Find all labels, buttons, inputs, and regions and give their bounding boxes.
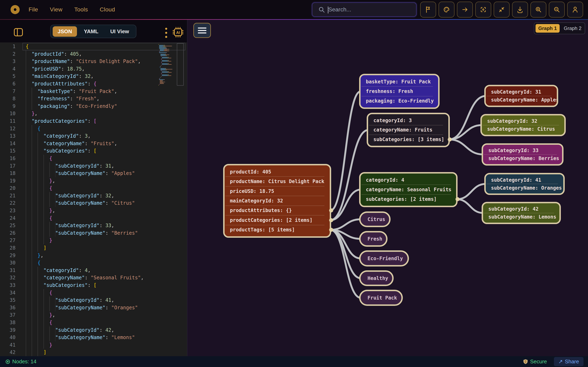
- tab-graph-1[interactable]: Graph 1: [536, 24, 560, 33]
- graph-node-tag-fruit-pack[interactable]: Fruit Pack: [359, 290, 403, 306]
- code-text: "subCategoryName": "Apples": [16, 170, 135, 177]
- tab-ui-view[interactable]: UI View: [105, 26, 134, 37]
- secure-label: Secure: [530, 359, 547, 365]
- graph-node-cat3[interactable]: categoryId: 3categoryName: FruitssubCate…: [367, 113, 450, 147]
- editor-line[interactable]: 39 "subCategoryId": 42,: [0, 326, 187, 334]
- account-button[interactable]: [567, 2, 583, 17]
- node-row: subCategoryName: Oranges: [486, 184, 563, 192]
- editor-line[interactable]: 21 "subCategoryId": 32,: [0, 192, 187, 200]
- share-button[interactable]: ↗ Share: [554, 357, 584, 366]
- zoom-out-button[interactable]: [549, 2, 565, 17]
- svg-text:AI: AI: [176, 31, 180, 35]
- menu-file[interactable]: File: [29, 6, 38, 13]
- code-text: {: [16, 43, 29, 50]
- graph-node-tag-citrus[interactable]: Citrus: [359, 211, 390, 227]
- editor-line[interactable]: 28 ]: [0, 244, 187, 252]
- editor-line[interactable]: 9 "packaging": "Eco-Friendly": [0, 103, 187, 110]
- graph-node-cat4[interactable]: categoryId: 4categoryName: Seasonal Frui…: [359, 172, 458, 207]
- node-row: categoryName: Fruits: [368, 125, 448, 134]
- code-text: },: [16, 177, 55, 185]
- graph-node-sub42[interactable]: subCategoryId: 42subCategoryName: Lemons: [482, 202, 561, 224]
- code-editor[interactable]: 1{2 "productId": 405,3 "productName": "C…: [0, 42, 187, 356]
- graph-menu-button[interactable]: [193, 23, 211, 38]
- editor-line[interactable]: 35 "subCategoryId": 41,: [0, 296, 187, 304]
- graph-edge: [330, 230, 361, 278]
- line-number: 39: [0, 326, 16, 334]
- graph-node-tag-healthy[interactable]: Healthy: [359, 270, 394, 286]
- focus-center-button[interactable]: [475, 2, 491, 17]
- graph-node-tag-fresh[interactable]: Fresh: [359, 231, 388, 247]
- editor-line[interactable]: 16 {: [0, 155, 187, 162]
- editor-line[interactable]: 37 },: [0, 311, 187, 319]
- graph-edge: [457, 199, 483, 213]
- search-box[interactable]: [312, 2, 416, 17]
- sidebar-toggle-icon[interactable]: [13, 27, 23, 37]
- more-options-icon[interactable]: [165, 27, 167, 39]
- download-button[interactable]: [512, 2, 528, 17]
- editor-line[interactable]: 29 },: [0, 252, 187, 259]
- line-number: 23: [0, 207, 16, 215]
- editor-line[interactable]: 12 {: [0, 125, 187, 133]
- code-text: "subCategoryId": 32,: [16, 192, 114, 200]
- editor-line[interactable]: 7 "basketType": "Fruit Pack",: [0, 88, 187, 95]
- editor-line[interactable]: 20 {: [0, 184, 187, 192]
- menu-view[interactable]: View: [50, 6, 62, 13]
- tab-json[interactable]: JSON: [53, 26, 77, 37]
- minimap-slider[interactable]: [177, 43, 184, 86]
- editor-line[interactable]: 30 {: [0, 259, 187, 267]
- graph-canvas[interactable]: productId: 405productName: Citrus Deligh…: [188, 20, 588, 356]
- editor-line[interactable]: 23 },: [0, 207, 187, 215]
- editor-line[interactable]: 41 }: [0, 341, 187, 349]
- editor-line[interactable]: 31 "categoryId": 4,: [0, 267, 187, 274]
- go-arrow-button[interactable]: [457, 2, 473, 17]
- collapse-button[interactable]: [494, 2, 510, 17]
- editor-line[interactable]: 22 "subCategoryName": "Citrus": [0, 200, 187, 207]
- editor-line[interactable]: 33 "subCategories": [: [0, 282, 187, 289]
- graph-node-sub32[interactable]: subCategoryId: 32subCategoryName: Citrus: [480, 114, 566, 136]
- editor-line[interactable]: 26 "subCategoryName": "Berries": [0, 229, 187, 237]
- flag-button[interactable]: [420, 2, 436, 17]
- graph-node-sub33[interactable]: subCategoryId: 33subCategoryName: Berrie…: [482, 143, 563, 166]
- menu-tools[interactable]: Tools: [74, 6, 88, 13]
- search-input[interactable]: [325, 6, 403, 13]
- graph-node-root[interactable]: productId: 405productName: Citrus Deligh…: [223, 164, 331, 238]
- theme-palette-button[interactable]: [439, 2, 454, 17]
- editor-line[interactable]: 11 "productCategories": [: [0, 117, 187, 125]
- editor-line[interactable]: 15 "subCategories": [: [0, 147, 187, 155]
- editor-line[interactable]: 14 "categoryName": "Fruits",: [0, 140, 187, 147]
- graph-node-sub31[interactable]: subCategoryId: 31subCategoryName: Apples: [484, 85, 558, 107]
- minimap[interactable]: [158, 44, 176, 87]
- tab-graph-2[interactable]: Graph 2: [564, 25, 581, 31]
- editor-line[interactable]: 17 "subCategoryId": 31,: [0, 162, 187, 170]
- tab-yaml[interactable]: YAML: [79, 26, 103, 37]
- editor-line[interactable]: 27 }: [0, 237, 187, 244]
- code-text: "priceUSD": 18.75,: [16, 65, 85, 73]
- editor-line[interactable]: 18 "subCategoryName": "Apples": [0, 170, 187, 177]
- node-row: productTags: [5 items]: [225, 225, 330, 235]
- editor-line[interactable]: 32 "categoryName": "Seasonal Fruits",: [0, 274, 187, 282]
- editor-line[interactable]: 24 {: [0, 215, 187, 222]
- node-row: subCategoryName: Berries: [483, 155, 562, 163]
- editor-line[interactable]: 42 ]: [0, 349, 187, 356]
- menu-cloud[interactable]: Cloud: [100, 6, 115, 13]
- editor-line[interactable]: 40 "subCategoryName": "Lemons": [0, 334, 187, 341]
- graph-node-attrs[interactable]: basketType: Fruit Packfreshness: Freshpa…: [359, 74, 440, 109]
- editor-line[interactable]: 8 "freshness": "Fresh",: [0, 95, 187, 103]
- nodes-count-label: Nodes: 14: [12, 359, 36, 365]
- zoom-in-button[interactable]: [530, 2, 546, 17]
- app: File View Tools Cloud: [0, 0, 588, 367]
- editor-line[interactable]: 38 {: [0, 319, 187, 326]
- editor-line[interactable]: 34 {: [0, 289, 187, 297]
- editor-line[interactable]: 36 "subCategoryName": "Oranges": [0, 304, 187, 312]
- graph-node-sub41[interactable]: subCategoryId: 41subCategoryName: Orange…: [484, 173, 565, 195]
- line-number: 30: [0, 259, 16, 267]
- editor-line[interactable]: 19 },: [0, 177, 187, 185]
- ai-assistant-icon[interactable]: AI: [172, 26, 184, 38]
- target-icon: [5, 359, 10, 364]
- graph-node-tag-eco-friendly[interactable]: Eco-Friendly: [359, 250, 409, 267]
- node-row: subCategoryId: 31: [486, 88, 557, 96]
- line-number: 16: [0, 155, 16, 162]
- editor-line[interactable]: 10 },: [0, 110, 187, 117]
- editor-line[interactable]: 25 "subCategoryId": 33,: [0, 222, 187, 229]
- editor-line[interactable]: 13 "categoryId": 3,: [0, 132, 187, 140]
